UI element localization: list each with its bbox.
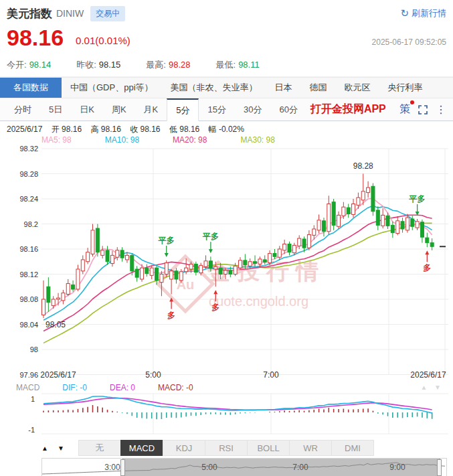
svg-text:Au: Au [177, 277, 195, 292]
stat-prev-close: 昨收:98.15 [76, 59, 120, 71]
svg-text:-1: -1 [28, 426, 35, 434]
tab-countries-data[interactable]: 各国数据 [0, 78, 62, 98]
range-navigator[interactable]: 3:00 5:00 7:00 9:00 [41, 458, 447, 476]
indicator-rsi[interactable]: RSI [205, 440, 248, 456]
ma5-legend: MA5: 98 [41, 135, 72, 145]
instrument-title: 美元指数 [7, 6, 52, 21]
svg-text:98.2: 98.2 [24, 220, 38, 228]
notification-dot [410, 100, 414, 104]
svg-text:98.04: 98.04 [19, 321, 38, 329]
indicator-none[interactable]: 无 [78, 440, 121, 456]
navigator-selected-range[interactable] [122, 459, 440, 476]
period-5day[interactable]: 5日 [40, 98, 71, 121]
svg-text:98.32: 98.32 [19, 145, 38, 153]
indicator-wr[interactable]: WR [289, 440, 332, 456]
tab-japan[interactable]: 日本 [266, 78, 301, 98]
svg-text:多: 多 [211, 303, 219, 312]
ma30-legend: MA30: 98 [240, 135, 274, 145]
refresh-quotes-button[interactable]: ↻ 刷新行情 [400, 7, 446, 19]
macd-legend: MACD DIF: -0 DEA: 0 MACD: -0 ▲ ▼ [0, 382, 453, 392]
period-30min[interactable]: 30分 [235, 98, 270, 121]
svg-text:2025/6/17: 2025/6/17 [410, 370, 446, 380]
macd-chart[interactable]: 1-1 [0, 392, 453, 435]
svg-text:平多: 平多 [409, 194, 426, 204]
indicator-down-button[interactable]: ▼ [53, 441, 69, 455]
refresh-icon: ↻ [400, 7, 409, 19]
open-app-link[interactable]: 打开金投网APP [310, 98, 386, 121]
svg-text:平多: 平多 [202, 232, 219, 241]
info-high: 高 98.16 [90, 125, 120, 134]
last-price: 98.16 [7, 24, 64, 51]
daily-stats-row: 今开:98.14 昨收:98.15 最高:98.28 最低:98.11 [0, 54, 453, 77]
period-15min[interactable]: 15分 [199, 98, 234, 121]
fullscreen-icon[interactable] [418, 105, 428, 114]
navigator-left-handle[interactable] [120, 459, 125, 476]
svg-text:98.28: 98.28 [19, 170, 38, 178]
dea-value: DEA: 0 [110, 383, 135, 392]
country-data-tabs: 各国数据 中国（GDP、ppi等） 美国（非农、失业率） 日本 德国 欧元区 央… [0, 77, 453, 98]
peak-price-label: 98.28 [353, 161, 373, 171]
period-weekly[interactable]: 周K [103, 98, 135, 121]
quote-header: 美元指数 DINIW 交易中 ↻ 刷新行情 98.16 0.01(0.01%) … [0, 0, 453, 54]
ohlc-info-line: 2025/6/17 开 98.16 高 98.16 收 98.16 低 98.1… [0, 121, 453, 135]
price-change: 0.01(0.01%) [76, 31, 130, 51]
quote-timestamp: 2025-06-17 09:52:05 [372, 33, 446, 51]
svg-text:多: 多 [423, 263, 431, 272]
macd-panel-label: MACD [16, 383, 39, 392]
svg-text:98.08: 98.08 [19, 295, 38, 303]
indicator-kdj[interactable]: KDJ [163, 440, 205, 456]
dea-line [43, 398, 432, 410]
ma20-legend: MA20: 98 [173, 135, 207, 145]
candlestick-chart[interactable]: 98.3298.2898.2498.298.1698.1298.0898.049… [0, 145, 453, 380]
indicator-dmi[interactable]: DMI [331, 440, 374, 456]
svg-text:多: 多 [167, 311, 175, 320]
macd-value: MACD: -0 [158, 383, 193, 392]
tab-us-nonfarm[interactable]: 美国（非农、失业率） [162, 78, 266, 98]
panel-collapse-icons[interactable]: ▲ ▼ [420, 384, 444, 391]
svg-text:98.12: 98.12 [19, 270, 38, 279]
period-monthly[interactable]: 月K [135, 98, 167, 121]
svg-text:平多: 平多 [158, 236, 175, 245]
strategy-button[interactable]: 策 [399, 102, 410, 116]
tab-central-bank-rates[interactable]: 央行利率 [379, 78, 432, 98]
indicator-boll[interactable]: BOLL [247, 440, 290, 456]
trading-status-badge: 交易中 [90, 6, 125, 21]
dif-value: DIF: -0 [62, 383, 87, 392]
svg-text:quote.cngold.org: quote.cngold.org [209, 294, 308, 309]
info-range: 幅 -0.02% [209, 125, 244, 134]
tab-germany[interactable]: 德国 [301, 78, 336, 98]
refresh-label: 刷新行情 [412, 7, 446, 19]
indicator-tabs: ▲ ▼ 无 MACD KDJ RSI BOLL WR DMI [37, 440, 453, 456]
macd-histogram [43, 405, 432, 419]
info-close: 收 98.16 [130, 125, 160, 134]
svg-text:2025/6/17: 2025/6/17 [40, 370, 76, 380]
svg-text:7:00: 7:00 [263, 370, 279, 380]
svg-text:5:00: 5:00 [145, 370, 161, 380]
low-price-label: 98.05 [46, 320, 66, 329]
info-date: 2025/6/17 [7, 125, 42, 134]
tab-eurozone[interactable]: 欧元区 [336, 78, 379, 98]
period-5min[interactable]: 5分 [167, 98, 199, 121]
stat-open: 今开:98.14 [7, 59, 51, 71]
period-intraday[interactable]: 分时 [5, 98, 40, 121]
navigator-right-handle[interactable] [437, 459, 442, 476]
svg-text:1: 1 [31, 395, 35, 403]
stat-low: 最低:98.11 [216, 59, 260, 71]
instrument-symbol: DINIW [56, 8, 84, 19]
ma10-legend: MA10: 98 [105, 135, 139, 145]
info-low: 低 98.16 [169, 125, 199, 134]
tab-china-gdp-ppi[interactable]: 中国（GDP、ppi等） [62, 78, 162, 98]
svg-text:98: 98 [30, 345, 38, 353]
ma-legend: MA5: 98 MA10: 98 MA20: 98 MA30: 98 [0, 135, 453, 145]
indicator-up-button[interactable]: ▲ [37, 441, 53, 455]
svg-text:97.96: 97.96 [19, 371, 38, 379]
info-open: 开 98.16 [52, 125, 82, 134]
indicator-macd[interactable]: MACD [120, 440, 163, 456]
more-menu-icon[interactable]: ⋮ [436, 103, 446, 116]
period-daily[interactable]: 日K [71, 98, 103, 121]
period-60min[interactable]: 60分 [270, 98, 306, 121]
stat-high: 最高:98.28 [146, 59, 190, 71]
svg-text:98.16: 98.16 [19, 245, 38, 253]
svg-text:98.24: 98.24 [19, 195, 38, 203]
period-tabs: 分时 5日 日K 周K 月K 5分 15分 30分 60分 打开金投网APP 策… [0, 98, 453, 121]
